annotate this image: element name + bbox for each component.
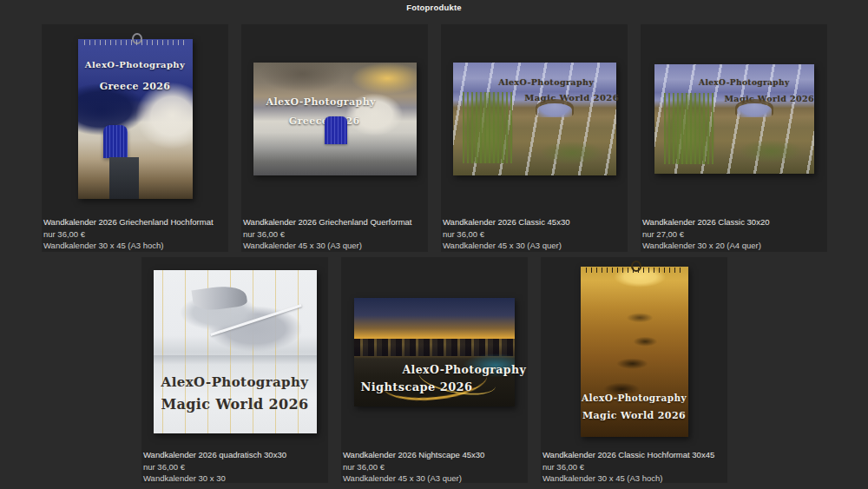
bridge-shape (211, 304, 303, 336)
product-image-area: AlexO-Photography Magic World 2026 (541, 257, 727, 446)
product-title: Wandkalender 2026 Griechenland Hochforma… (43, 216, 226, 228)
product-card[interactable]: AlexO-Photography Greece 2026 Wandkalend… (241, 24, 428, 252)
calendar-brand-text: AlexO-Photography (403, 363, 527, 376)
product-price: nur 36,00 € (542, 461, 725, 473)
product-price: nur 27,00 € (642, 228, 825, 241)
steps-shape (109, 157, 139, 199)
spiral-binding (82, 40, 187, 45)
product-size: Wandkalender 30 x 30 (143, 472, 326, 485)
product-info: Wandkalender 2026 Classic 45x30 nur 36,0… (441, 214, 628, 252)
product-card[interactable]: AlexO-Photography Magic World 2026 Wandk… (441, 24, 628, 252)
calendar-year-text: Magic World 2026 (582, 410, 686, 421)
product-size: Wandkalender 30 x 45 (A3 hoch) (542, 472, 725, 485)
rock-arch-shape (537, 103, 572, 117)
product-image[interactable]: AlexO-Photography Greece 2026 (78, 39, 193, 199)
page-title: Fotoprodukte (0, 3, 868, 12)
product-card[interactable]: AlexO-Photography Magic World 2026 Wandk… (541, 257, 727, 483)
product-image-area: AlexO-Photography Greece 2026 (42, 24, 228, 214)
product-image-area: AlexO-Photography Greece 2026 (241, 24, 428, 214)
product-image[interactable]: AlexO-Photography Magic World 2026 (154, 270, 317, 433)
product-price: nur 36,00 € (343, 461, 525, 473)
building-shape (191, 283, 247, 313)
product-size: Wandkalender 30 x 45 (A3 hoch) (43, 240, 226, 252)
product-image-area: AlexO-Photography Magic World 2026 (141, 257, 328, 446)
calendar-year-text: Magic World 2026 (161, 396, 308, 413)
product-info: Wandkalender 2026 Griechenland Hochforma… (42, 214, 228, 252)
product-card[interactable]: AlexO-Photography Greece 2026 Wandkalend… (42, 24, 228, 252)
product-image[interactable]: AlexO-Photography Magic World 2026 (453, 63, 616, 175)
product-info: Wandkalender 2026 Nightscape 45x30 nur 3… (341, 446, 528, 485)
calendar-year-text: Greece 2026 (100, 81, 171, 92)
product-info: Wandkalender 2026 Griechenland Querforma… (241, 214, 428, 252)
blue-gate-shape (103, 125, 128, 158)
product-info: Wandkalender 2026 quadratisch 30x30 nur … (141, 446, 328, 485)
product-title: Wandkalender 2026 Classic Hochformat 30x… (542, 449, 725, 461)
product-price: nur 36,00 € (43, 228, 226, 241)
product-info: Wandkalender 2026 Classic Hochformat 30x… (541, 446, 727, 485)
calendar-brand-text: AlexO-Photography (699, 78, 790, 87)
product-image[interactable]: AlexO-Photography Nightscape 2026 (354, 298, 515, 406)
product-image-area: AlexO-Photography Nightscape 2026 (341, 257, 528, 446)
cactus-shape (463, 92, 513, 163)
product-image[interactable]: AlexO-Photography Magic World 2026 (581, 267, 688, 437)
product-size: Wandkalender 30 x 20 (A4 quer) (642, 240, 825, 252)
vegetation-shape (542, 142, 602, 164)
product-size: Wandkalender 45 x 30 (A3 quer) (443, 240, 625, 252)
reflection-pool-shape (154, 355, 317, 365)
blue-gate-shape (325, 116, 347, 144)
product-title: Wandkalender 2026 Classic 30x20 (642, 216, 825, 228)
product-size: Wandkalender 45 x 30 (A3 quer) (343, 472, 525, 485)
vegetation-shape (740, 140, 801, 162)
calendar-year-text: Magic World 2026 (724, 94, 814, 103)
calendar-brand-text: AlexO-Photography (266, 96, 376, 108)
calendar-year-text: Magic World 2026 (524, 93, 619, 102)
product-image-area: AlexO-Photography Magic World 2026 (641, 24, 827, 214)
product-price: nur 36,00 € (443, 228, 625, 241)
product-image-area: AlexO-Photography Magic World 2026 (441, 24, 628, 214)
cactus-shape (664, 93, 714, 164)
product-image[interactable]: AlexO-Photography Greece 2026 (253, 63, 417, 175)
product-grid-row-2: AlexO-Photography Magic World 2026 Wandk… (141, 257, 727, 483)
product-card[interactable]: AlexO-Photography Nightscape 2026 Wandka… (341, 257, 528, 483)
product-title: Wandkalender 2026 Nightscape 45x30 (343, 449, 525, 461)
product-price: nur 36,00 € (143, 461, 326, 473)
calendar-brand-text: AlexO-Photography (498, 77, 594, 87)
calendar-brand-text: AlexO-Photography (582, 393, 687, 403)
product-title: Wandkalender 2026 Classic 45x30 (443, 216, 625, 228)
product-card[interactable]: AlexO-Photography Magic World 2026 Wandk… (141, 257, 328, 483)
calendar-brand-text: AlexO-Photography (161, 374, 309, 390)
product-title: Wandkalender 2026 quadratisch 30x30 (143, 449, 326, 461)
product-price: nur 36,00 € (243, 228, 425, 241)
calendar-year-text: Nightscape 2026 (360, 380, 472, 393)
product-card[interactable]: AlexO-Photography Magic World 2026 Wandk… (641, 24, 827, 252)
product-image[interactable]: AlexO-Photography Magic World 2026 (654, 64, 814, 174)
rock-arch-shape (737, 103, 772, 117)
product-grid-row-1: AlexO-Photography Greece 2026 Wandkalend… (42, 24, 827, 252)
spiral-binding (584, 268, 683, 273)
calendar-brand-text: AlexO-Photography (85, 60, 185, 69)
product-size: Wandkalender 45 x 30 (A3 quer) (243, 240, 425, 252)
product-info: Wandkalender 2026 Classic 30x20 nur 27,0… (641, 214, 827, 252)
product-title: Wandkalender 2026 Griechenland Querforma… (243, 216, 425, 228)
